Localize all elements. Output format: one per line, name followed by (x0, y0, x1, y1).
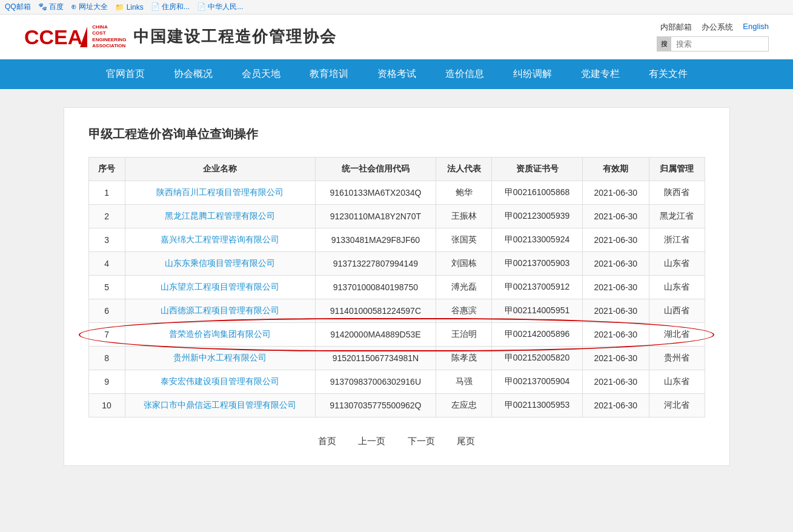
cell-code: 913709837006302916U (315, 370, 436, 394)
cell-name: 山西德源工程项目管理有限公司 (125, 299, 315, 323)
header-right: 内部邮箱 办公系统 English 搜 (657, 22, 769, 52)
company-link[interactable]: 陕西纳百川工程项目管理有限公司 (156, 187, 284, 197)
search-button[interactable]: 搜 (657, 37, 671, 51)
bookmark-china[interactable]: 📄 中华人民... (197, 2, 243, 12)
pagination: 首页 上一页 下一页 尾页 (88, 436, 705, 447)
company-link[interactable]: 贵州新中水工程有限公司 (173, 353, 267, 362)
bookmark-house[interactable]: 📄 住房和... (151, 2, 190, 12)
pagination-first[interactable]: 首页 (318, 436, 336, 446)
cell-legal: 王振林 (436, 205, 492, 228)
nav-info[interactable]: 造价信息 (431, 59, 499, 89)
bookmark-nav[interactable]: ⊕ 网址大全 (71, 2, 108, 12)
english-link[interactable]: English (743, 22, 769, 33)
header: CCEA CHINA COST ENGINEERING ASSOCIATION … (0, 15, 793, 59)
bookmark-baidu[interactable]: 🐾 百度 (38, 2, 64, 12)
cell-region: 陕西省 (649, 181, 705, 205)
nav-party[interactable]: 党建专栏 (566, 59, 634, 89)
cell-date: 2021-06-30 (583, 228, 649, 252)
search-input[interactable] (671, 37, 768, 51)
cell-cert: 甲002137005904 (491, 370, 582, 394)
col-region: 归属管理 (649, 158, 705, 181)
site-title: 中国建设工程造价管理协会 (133, 26, 337, 47)
cell-code: 911401000581224597C (315, 299, 436, 323)
bookmark-links[interactable]: 📁 Links (115, 3, 143, 12)
col-cert: 资质证书号 (491, 158, 582, 181)
cell-num: 7 (88, 323, 125, 347)
cell-legal: 谷惠滨 (436, 299, 492, 323)
company-link[interactable]: 泰安宏伟建设项目管理有限公司 (161, 376, 279, 386)
cell-region: 湖北省 (649, 323, 705, 347)
table-wrapper: 序号 企业名称 统一社会信用代码 法人代表 资质证书号 有效期 归属管理 1 陕… (88, 157, 705, 417)
company-link[interactable]: 山西德源工程项目管理有限公司 (161, 305, 279, 315)
cell-code: 911307035775500962Q (315, 394, 436, 417)
cell-region: 河北省 (649, 394, 705, 417)
nav-files[interactable]: 有关文件 (634, 59, 702, 89)
company-link[interactable]: 山东东乘信项目管理有限公司 (165, 258, 275, 268)
logo-area: CCEA CHINA COST ENGINEERING ASSOCIATION … (24, 24, 337, 50)
cell-num: 3 (88, 228, 125, 252)
cell-date: 2021-06-30 (583, 299, 649, 323)
cell-name: 贵州新中水工程有限公司 (125, 347, 315, 370)
cell-code: 91610133MA6TX2034Q (315, 181, 436, 205)
company-link[interactable]: 山东望京工程项目管理有限公司 (161, 282, 279, 291)
cell-cert: 甲002113005953 (491, 394, 582, 417)
cell-date: 2021-06-30 (583, 181, 649, 205)
cell-cert: 甲002114005951 (491, 299, 582, 323)
cell-region: 浙江省 (649, 228, 705, 252)
table-row: 5 山东望京工程项目管理有限公司 913701000840198750 溥光磊 … (88, 276, 705, 299)
cell-num: 10 (88, 394, 125, 417)
nav-education[interactable]: 教育培训 (295, 59, 363, 89)
search-bar: 搜 (657, 36, 769, 52)
cell-region: 山东省 (649, 370, 705, 394)
cell-date: 2021-06-30 (583, 323, 649, 347)
cell-cert: 甲002142005896 (491, 323, 582, 347)
cell-cert: 甲002123005939 (491, 205, 582, 228)
cell-date: 2021-06-30 (583, 347, 649, 370)
cell-legal: 马强 (436, 370, 492, 394)
company-link[interactable]: 嘉兴绵大工程管理咨询有限公司 (161, 234, 279, 244)
pagination-last[interactable]: 尾页 (457, 436, 475, 446)
table-row: 2 黑龙江昆腾工程管理有限公司 91230110MA18Y2N70T 王振林 甲… (88, 205, 705, 228)
col-legal: 法人代表 (436, 158, 492, 181)
cell-date: 2021-06-30 (583, 394, 649, 417)
table-row: 3 嘉兴绵大工程管理咨询有限公司 91330481MA29F8JF60 张国英 … (88, 228, 705, 252)
cell-name: 黑龙江昆腾工程管理有限公司 (125, 205, 315, 228)
nav-home[interactable]: 官网首页 (91, 59, 159, 89)
cell-legal: 王治明 (436, 323, 492, 347)
cell-legal: 左应忠 (436, 394, 492, 417)
company-link[interactable]: 张家口市中鼎信远工程项目管理有限公司 (144, 400, 296, 410)
cell-region: 山西省 (649, 299, 705, 323)
pagination-prev[interactable]: 上一页 (358, 436, 385, 446)
nav-exam[interactable]: 资格考试 (363, 59, 431, 89)
bookmark-bar: QQ邮箱 🐾 百度 ⊕ 网址大全 📁 Links 📄 住房和... 📄 中华人民… (0, 0, 793, 15)
cell-date: 2021-06-30 (583, 370, 649, 394)
table-header-row: 序号 企业名称 统一社会信用代码 法人代表 资质证书号 有效期 归属管理 (88, 158, 705, 181)
office-system-link[interactable]: 办公系统 (702, 22, 733, 33)
col-code: 统一社会信用代码 (315, 158, 436, 181)
data-table: 序号 企业名称 统一社会信用代码 法人代表 资质证书号 有效期 归属管理 1 陕… (88, 157, 705, 417)
cell-code: 913713227807994149 (315, 252, 436, 276)
company-link[interactable]: 普荣造价咨询集团有限公司 (169, 329, 271, 339)
nav-members[interactable]: 会员天地 (227, 59, 295, 89)
cell-name: 嘉兴绵大工程管理咨询有限公司 (125, 228, 315, 252)
bookmark-qq[interactable]: QQ邮箱 (5, 2, 31, 12)
nav-dispute[interactable]: 纠纷调解 (499, 59, 566, 89)
ccea-fullname-line1: CHINA (92, 24, 107, 30)
cell-legal: 张国英 (436, 228, 492, 252)
cell-name: 山东望京工程项目管理有限公司 (125, 276, 315, 299)
table-row: 6 山西德源工程项目管理有限公司 911401000581224597C 谷惠滨… (88, 299, 705, 323)
ccea-fullname-block: CHINA COST ENGINEERING ASSOCIATION (92, 24, 126, 50)
nav-about[interactable]: 协会概况 (159, 59, 227, 89)
cell-legal: 鲍华 (436, 181, 492, 205)
internal-mail-link[interactable]: 内部邮箱 (660, 22, 692, 33)
cell-code: 91420000MA4889D53E (315, 323, 436, 347)
company-link[interactable]: 黑龙江昆腾工程管理有限公司 (165, 211, 275, 221)
pagination-next[interactable]: 下一页 (408, 436, 435, 446)
cell-code: 913701000840198750 (315, 276, 436, 299)
ccea-abbr: CCEA (24, 27, 82, 47)
table-row: 4 山东东乘信项目管理有限公司 913713227807994149 刘国栋 甲… (88, 252, 705, 276)
cell-date: 2021-06-30 (583, 252, 649, 276)
cell-cert: 甲002161005868 (491, 181, 582, 205)
cell-name: 张家口市中鼎信远工程项目管理有限公司 (125, 394, 315, 417)
cell-region: 山东省 (649, 276, 705, 299)
